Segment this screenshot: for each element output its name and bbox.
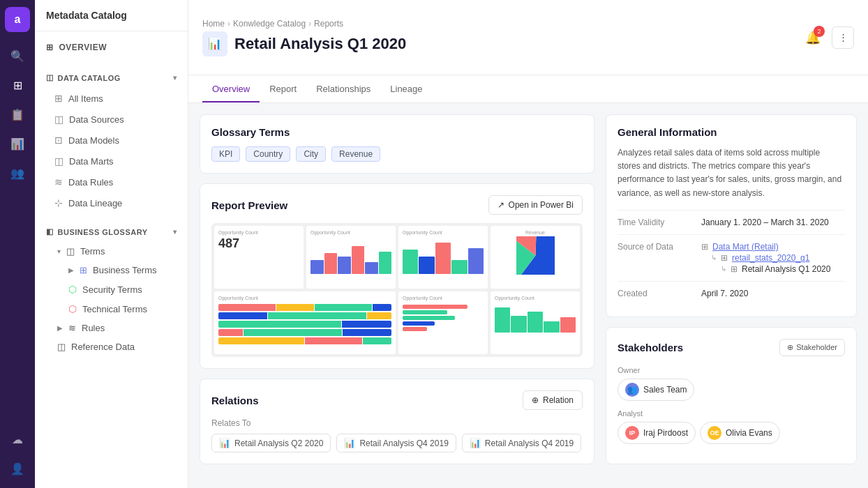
tab-relationships[interactable]: Relationships	[306, 77, 380, 102]
people-icon[interactable]: 👥	[5, 160, 30, 185]
topbar-right: 🔔 2 ⋮	[801, 26, 854, 49]
general-info-description: Analyzes retail sales data of items sold…	[618, 146, 845, 200]
left-panel: Glossary Terms KPI Country City Revenue …	[200, 114, 594, 477]
breadcrumb-catalog[interactable]: Konwledge Catalog	[233, 19, 306, 29]
analyst-chip-olivia[interactable]: OE Olivia Evans	[700, 422, 780, 444]
dash-label-stacked: Opportunity Count	[218, 296, 391, 300]
relation-item-1[interactable]: 📊 Retail Analysis Q4 2019	[336, 434, 456, 452]
user-icon[interactable]: 👤	[5, 456, 30, 481]
breadcrumb-section[interactable]: Reports	[314, 19, 343, 29]
sidebar-item-technical-terms[interactable]: ⬡ Technical Terms	[35, 299, 188, 319]
right-panel: General Information Analyzes retail sale…	[606, 114, 857, 477]
relation-item-0[interactable]: 📊 Retail Analysis Q2 2020	[211, 434, 331, 452]
relation-item-label-0: Retail Analysis Q2 2020	[234, 439, 323, 448]
sidebar-item-terms[interactable]: ▾ ◫ Terms	[35, 242, 188, 261]
rules-expand-icon: ▶	[57, 324, 63, 332]
tab-lineage[interactable]: Lineage	[380, 77, 432, 102]
sidebar-item-reference-data[interactable]: ◫ Reference Data	[35, 337, 188, 356]
terms-label: Terms	[80, 246, 105, 257]
more-icon: ⋮	[839, 32, 848, 43]
bar	[403, 250, 418, 274]
terms-collapse-icon: ▾	[57, 247, 61, 255]
relation-item-label-1: Retail Analysis Q4 2019	[359, 439, 448, 448]
analyst-chips: IP Iraj Pirdoost OE Olivia Evans	[618, 422, 845, 444]
data-rules-icon: ≋	[54, 176, 63, 188]
open-in-powerbi-button[interactable]: ↗ Open in Power Bi	[488, 195, 583, 215]
sidebar-item-all-items[interactable]: ⊞ All Items	[35, 88, 188, 109]
source-label: Source of Data	[618, 242, 694, 274]
general-info-title: General Information	[618, 126, 845, 138]
rules-label: Rules	[82, 323, 105, 333]
tab-overview[interactable]: Overview	[202, 77, 260, 102]
sidebar-item-rules[interactable]: ▶ ≋ Rules	[35, 319, 188, 337]
mini-bars-last	[495, 305, 576, 333]
arrow-right-icon-1: ↳	[711, 254, 717, 261]
search-icon[interactable]: 🔍	[5, 43, 30, 68]
bar	[560, 317, 576, 333]
bar	[495, 307, 510, 333]
stacked-seg	[363, 337, 391, 344]
bar	[365, 262, 378, 275]
source-child1[interactable]: retail_stats_2020_q1	[732, 253, 809, 263]
stacked-seg	[342, 321, 391, 328]
tag-revenue[interactable]: Revenue	[331, 146, 380, 162]
dash-label-2: Opportunity Count	[403, 230, 484, 235]
sidebar-item-data-models[interactable]: ⊡ Data Models	[35, 130, 188, 151]
dash-label-hbars2: Opportunity Count	[495, 296, 576, 300]
breadcrumb-home[interactable]: Home	[202, 19, 225, 29]
dash-cell-2: Opportunity Count	[398, 226, 488, 289]
bar	[324, 253, 338, 274]
sidebar-item-data-marts[interactable]: ◫ Data Marts	[35, 151, 188, 171]
sidebar-item-business-terms[interactable]: ▶ ⊞ Business Terms	[35, 261, 188, 280]
stacked-seg	[218, 304, 276, 311]
dashboard-icon[interactable]: ⊞	[5, 73, 30, 98]
bar	[310, 260, 324, 274]
owner-group: Owner 👥 Sales Team	[618, 366, 845, 401]
source-link[interactable]: Data Mart (Retail)	[712, 242, 779, 252]
business-glossary-header[interactable]: ◧ BUSINESS GLOSSARY ▾	[35, 222, 188, 242]
sidebar-item-data-sources[interactable]: ◫ Data Sources	[35, 109, 188, 130]
analytics-icon[interactable]: 📊	[5, 131, 30, 156]
owner-name: Sales Team	[643, 385, 687, 395]
dash-label-0: Opportunity Count	[218, 230, 299, 235]
data-sources-label: Data Sources	[69, 114, 124, 125]
cloud-icon[interactable]: ☁	[5, 427, 30, 452]
relation-item-2[interactable]: 📊 Retail Analysis Q4 2019	[462, 434, 581, 452]
relations-header: Relations ⊕ Relation	[211, 390, 583, 410]
tag-kpi[interactable]: KPI	[211, 146, 240, 162]
add-stakeholder-button[interactable]: ⊕ Stakeholder	[779, 339, 845, 356]
tag-city[interactable]: City	[296, 146, 326, 162]
arrow-right-icon-2: ↳	[721, 265, 726, 273]
report-preview-title: Report Preview	[211, 199, 287, 211]
data-marts-icon: ◫	[54, 155, 63, 167]
iraj-avatar: IP	[625, 426, 639, 440]
notification-button[interactable]: 🔔 2	[801, 26, 825, 49]
catalog-icon[interactable]: 📋	[5, 102, 30, 127]
external-link-icon: ↗	[497, 200, 504, 210]
tag-country[interactable]: Country	[246, 146, 290, 162]
sidebar-item-data-lineage[interactable]: ⊹ Data Lineage	[35, 192, 188, 213]
glossary-section-icon: ◧	[46, 227, 54, 236]
sidebar-item-security-terms[interactable]: ⬡ Security Terms	[35, 280, 188, 299]
sidebar-item-data-rules[interactable]: ≋ Data Rules	[35, 171, 188, 192]
more-options-button[interactable]: ⋮	[832, 26, 854, 49]
tab-report[interactable]: Report	[260, 77, 306, 102]
stacked-row	[218, 312, 391, 319]
topbar: Home › Konwledge Catalog › Reports 📊 Ret…	[188, 0, 868, 75]
stacked-seg	[276, 304, 314, 311]
analyst-chip-iraj[interactable]: IP Iraj Pirdoost	[618, 422, 696, 444]
time-validity-row: Time Validity January 1. 2020 – March 31…	[618, 210, 845, 234]
data-catalog-header[interactable]: ◫ DATA CATALOG ▾	[35, 68, 188, 88]
stacked-bars	[218, 304, 391, 344]
add-relation-button[interactable]: ⊕ Relation	[523, 390, 583, 410]
data-models-label: Data Models	[68, 135, 119, 146]
mini-bars-2	[403, 239, 484, 274]
chart-icon-2: 📊	[470, 438, 481, 448]
owner-chip-sales-team[interactable]: 👥 Sales Team	[618, 379, 694, 401]
mini-hbars	[403, 305, 484, 331]
terms-icon: ◫	[66, 246, 75, 257]
sidebar-item-overview[interactable]: ⊞ OVERVIEW	[35, 36, 188, 59]
data-lineage-icon: ⊹	[54, 197, 63, 208]
analyst-name-olivia: Olivia Evans	[726, 428, 772, 438]
stacked-seg	[305, 337, 362, 344]
